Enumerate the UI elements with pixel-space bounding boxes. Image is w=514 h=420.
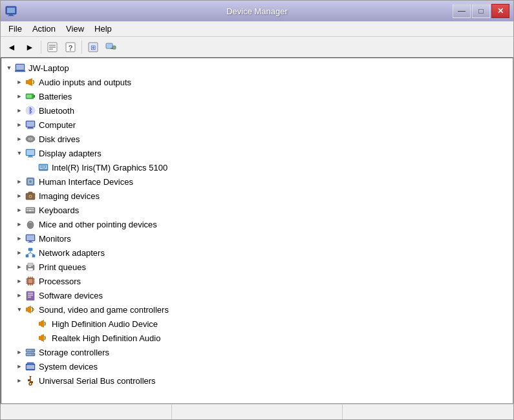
svg-rect-100: [27, 350, 32, 352]
update-driver-button[interactable]: ⊞: [85, 39, 102, 56]
forward-button[interactable]: ►: [21, 39, 38, 56]
tree-root[interactable]: JW-Laptop: [1, 61, 513, 75]
root-expander[interactable]: [4, 63, 14, 73]
tree-item-gpu[interactable]: GPU Intel(R) Iris(TM) Graphics 5100: [1, 160, 513, 174]
realtek-label: Realtek High Definition Audio: [52, 333, 160, 343]
scan-hardware-button[interactable]: [103, 39, 120, 56]
print-label: Print queues: [39, 262, 86, 272]
properties-button[interactable]: [44, 39, 61, 56]
hid-expander[interactable]: [14, 176, 25, 187]
tree-item-bluetooth[interactable]: ᛒ Bluetooth: [1, 103, 513, 118]
tree-item-system[interactable]: System devices: [1, 359, 513, 373]
svg-rect-64: [32, 255, 35, 257]
tree-item-imaging[interactable]: Imaging devices: [1, 189, 513, 203]
tree-item-software[interactable]: Software devices: [1, 288, 513, 302]
realtek-expander: [27, 333, 37, 343]
svg-rect-53: [28, 210, 32, 211]
tree-item-display[interactable]: Display adapters: [1, 146, 513, 160]
svg-rect-46: [28, 192, 32, 194]
usb-expander[interactable]: [14, 375, 25, 386]
tree-item-hid[interactable]: Human Interface Devices: [1, 174, 513, 189]
storage-expander[interactable]: [14, 347, 25, 357]
svg-rect-73: [28, 279, 32, 283]
batteries-expander[interactable]: [14, 91, 25, 101]
svg-rect-87: [28, 293, 33, 294]
storage-label: Storage controllers: [39, 348, 109, 357]
hid-label: Human Interface Devices: [39, 177, 133, 187]
monitors-expander[interactable]: [14, 233, 25, 244]
bluetooth-label: Bluetooth: [39, 106, 74, 116]
tree-item-print[interactable]: Print queues: [1, 260, 513, 274]
svg-rect-59: [27, 235, 34, 240]
help-button[interactable]: ?: [62, 39, 79, 56]
display-label: Display adapters: [39, 149, 102, 158]
gpu-expander: [27, 162, 37, 173]
software-icon: [25, 289, 36, 301]
network-label: Network adapters: [39, 248, 105, 258]
svg-rect-62: [28, 248, 32, 251]
tree-item-computer[interactable]: Computer: [1, 118, 513, 132]
software-expander[interactable]: [14, 290, 25, 300]
computer-expander[interactable]: [14, 120, 25, 130]
tree-item-hda[interactable]: High Definition Audio Device: [1, 317, 513, 331]
tree-item-batteries[interactable]: Batteries: [1, 89, 513, 103]
svg-rect-33: [27, 150, 34, 155]
device-tree[interactable]: JW-Laptop Audio inputs and outputs: [1, 58, 513, 404]
tree-item-realtek[interactable]: Realtek High Definition Audio: [1, 331, 513, 345]
processors-expander[interactable]: [14, 276, 25, 286]
audio-expander[interactable]: [14, 77, 25, 87]
menu-view[interactable]: View: [61, 23, 89, 35]
tree-item-sound[interactable]: Sound, video and game controllers: [1, 302, 513, 317]
svg-rect-90: [26, 308, 28, 311]
print-expander[interactable]: [14, 262, 25, 272]
mice-expander[interactable]: [14, 219, 25, 229]
svg-text:ᛒ: ᛒ: [28, 107, 33, 114]
back-button[interactable]: ◄: [3, 39, 20, 56]
tree-item-monitors[interactable]: Monitors: [1, 231, 513, 246]
svg-rect-48: [27, 208, 28, 209]
display-expander[interactable]: [14, 148, 25, 158]
tree-item-processors[interactable]: Processors: [1, 274, 513, 288]
bluetooth-expander[interactable]: [14, 105, 25, 116]
tree-item-network[interactable]: Network adapters: [1, 246, 513, 260]
tree-item-mice[interactable]: Mice and other pointing devices: [1, 217, 513, 231]
hda-icon: [37, 318, 49, 330]
disk-expander[interactable]: [14, 134, 25, 144]
tree-item-keyboards[interactable]: Keyboards: [1, 203, 513, 217]
system-icon: [25, 361, 36, 372]
svg-text:GPU: GPU: [40, 165, 47, 169]
tree-item-audio[interactable]: Audio inputs and outputs: [1, 75, 513, 89]
keyboards-expander[interactable]: [14, 205, 25, 215]
status-pane-2: [172, 404, 343, 419]
sound-expander[interactable]: [14, 304, 25, 315]
svg-rect-51: [32, 208, 34, 209]
svg-rect-71: [28, 266, 31, 267]
status-pane-3: [343, 404, 513, 419]
usb-label: Universal Serial Bus controllers: [39, 376, 156, 386]
svg-rect-3: [8, 16, 14, 16]
processor-icon: [25, 275, 36, 287]
svg-rect-70: [28, 268, 33, 271]
svg-rect-26: [27, 121, 34, 127]
svg-rect-54: [32, 210, 34, 211]
tree-item-storage[interactable]: Storage controllers: [1, 345, 513, 359]
tree-item-disk[interactable]: Disk drives: [1, 132, 513, 146]
close-button[interactable]: ✕: [491, 4, 509, 18]
svg-rect-52: [27, 210, 28, 211]
status-pane-1: [1, 404, 172, 419]
svg-rect-101: [27, 354, 32, 355]
minimize-button[interactable]: —: [453, 4, 471, 18]
svg-rect-17: [15, 70, 25, 72]
network-expander[interactable]: [14, 247, 25, 258]
tree-item-usb[interactable]: Universal Serial Bus controllers: [1, 373, 513, 388]
svg-rect-50: [30, 208, 32, 209]
menu-action[interactable]: Action: [27, 23, 61, 35]
system-expander[interactable]: [14, 361, 25, 372]
menu-help[interactable]: Help: [89, 23, 117, 35]
svg-line-67: [30, 253, 34, 255]
imaging-expander[interactable]: [14, 191, 25, 201]
bluetooth-icon: ᛒ: [25, 105, 36, 116]
mice-label: Mice and other pointing devices: [39, 220, 157, 229]
menu-file[interactable]: File: [3, 23, 27, 35]
maximize-button[interactable]: □: [472, 4, 490, 18]
